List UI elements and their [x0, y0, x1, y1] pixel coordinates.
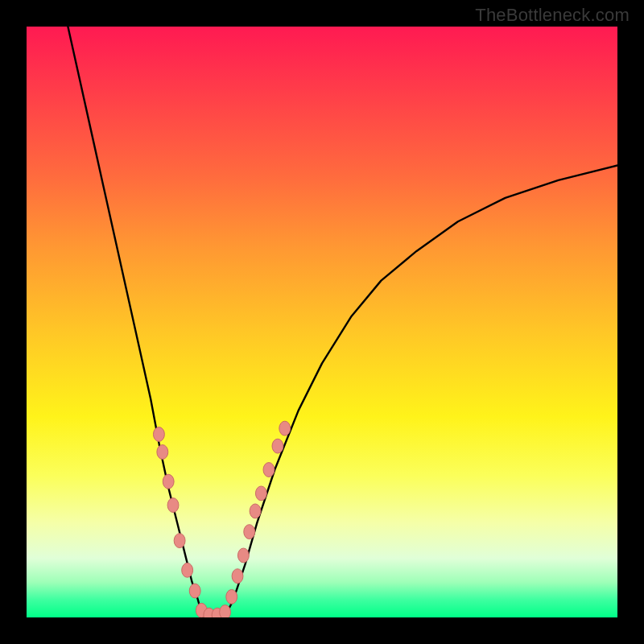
- data-marker: [237, 548, 249, 563]
- watermark-text: TheBottleneck.com: [475, 5, 630, 26]
- data-marker: [232, 569, 243, 584]
- bottleneck-curve: [68, 27, 617, 617]
- curve-layer: [27, 27, 617, 617]
- data-markers: [153, 421, 290, 617]
- data-marker: [189, 584, 200, 598]
- data-marker: [244, 525, 255, 539]
- data-marker: [255, 486, 266, 501]
- data-marker: [272, 439, 283, 453]
- data-marker: [220, 605, 231, 617]
- data-marker: [279, 421, 291, 436]
- data-marker: [182, 563, 193, 577]
- plot-area: [27, 27, 617, 617]
- data-marker: [174, 534, 185, 548]
- data-marker: [163, 474, 174, 489]
- chart-frame: TheBottleneck.com: [0, 0, 644, 644]
- data-marker: [250, 504, 261, 518]
- data-marker: [226, 589, 237, 604]
- data-marker: [263, 463, 275, 477]
- data-marker: [157, 445, 168, 460]
- data-marker: [167, 498, 179, 513]
- data-marker: [153, 427, 164, 442]
